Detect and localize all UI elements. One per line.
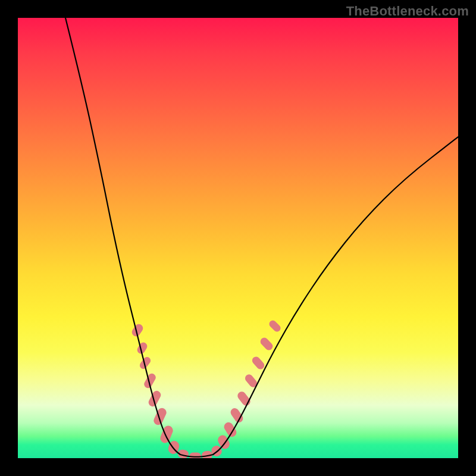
sprinkle-pill (229, 406, 245, 424)
sprinkle-layer (130, 319, 282, 458)
sprinkle-pill (259, 336, 274, 352)
chart-svg (18, 18, 458, 458)
bottleneck-curve (65, 18, 458, 457)
outer-frame: TheBottleneck.com (0, 0, 476, 476)
watermark-text: TheBottleneck.com (346, 4, 469, 19)
sprinkle-pill (152, 406, 168, 427)
sprinkle-pill (250, 355, 266, 371)
sprinkle-pill (159, 424, 174, 444)
sprinkle-pill (268, 319, 282, 333)
plot-area (18, 18, 458, 458)
